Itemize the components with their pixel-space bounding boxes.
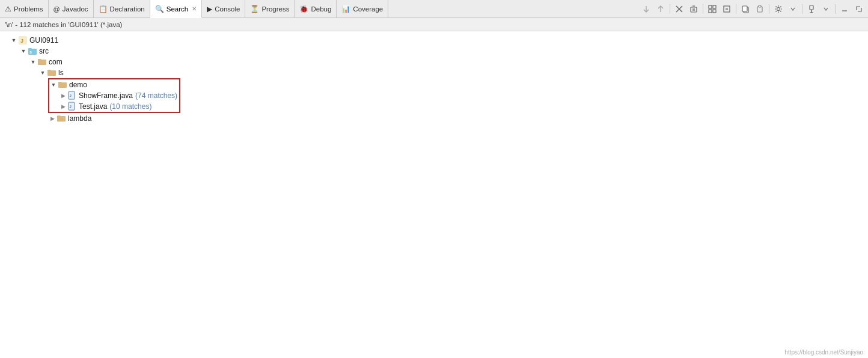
separator-5	[802, 4, 802, 14]
testjava-matches: (10 matches)	[109, 102, 151, 111]
btn-next-match[interactable]	[654, 2, 667, 16]
showframe-file-icon: J	[67, 91, 77, 100]
separator-4	[769, 4, 769, 14]
btn-settings[interactable]	[772, 2, 785, 16]
project-label: GUI0911	[29, 36, 58, 45]
separator-3	[736, 4, 736, 14]
showframe-matches: (74 matches)	[135, 91, 177, 100]
svg-rect-7	[713, 5, 716, 8]
btn-view-menu[interactable]	[819, 2, 833, 16]
tree-node-lambda[interactable]: ▶ lambda	[0, 113, 868, 124]
svg-rect-2	[691, 7, 697, 12]
tab-declaration-label: Declaration	[110, 5, 145, 13]
main-content: ▼ J GUI0911 ▼ s src ▼	[0, 31, 868, 358]
btn-pin[interactable]	[805, 2, 818, 16]
javadoc-icon: @	[53, 5, 60, 13]
com-folder-icon	[37, 57, 47, 67]
declaration-icon: 📋	[99, 5, 108, 13]
tab-search-close[interactable]: ✕	[192, 5, 197, 12]
svg-rect-6	[709, 5, 712, 8]
tree-node-project[interactable]: ▼ J GUI0911	[0, 35, 868, 46]
tree-node-ls[interactable]: ▼ ls	[0, 67, 868, 78]
tab-bar[interactable]: ⚠ Problems @ Javadoc 📋 Declaration 🔍 Sea…	[0, 0, 868, 18]
tab-search[interactable]: 🔍 Search ✕	[150, 0, 202, 18]
src-folder-icon: s	[28, 46, 37, 56]
toggle-testjava[interactable]: ▶	[59, 102, 67, 111]
svg-text:J: J	[20, 38, 23, 44]
tab-problems-label: Problems	[14, 5, 43, 13]
btn-prev-match[interactable]	[640, 2, 653, 16]
toggle-project[interactable]: ▼	[10, 36, 18, 45]
btn-remove-match[interactable]	[673, 2, 686, 16]
tree-node-demo[interactable]: ▼ demo	[49, 79, 179, 90]
btn-collapse-all[interactable]	[720, 2, 733, 16]
com-label: com	[49, 58, 63, 66]
testjava-file-icon: J	[67, 102, 77, 111]
console-icon: ▶	[207, 5, 212, 13]
testjava-label: Test.java	[79, 102, 107, 111]
btn-remove-all[interactable]	[687, 2, 700, 16]
project-icon: J	[18, 35, 28, 45]
ls-label: ls	[58, 69, 64, 77]
tab-console[interactable]: ▶ Console	[202, 0, 245, 17]
tab-problems[interactable]: ⚠ Problems	[0, 0, 49, 17]
btn-expand-all[interactable]	[706, 2, 719, 16]
tab-javadoc-label: Javadoc	[63, 5, 88, 13]
toolbar-right	[637, 0, 868, 17]
tab-javadoc[interactable]: @ Javadoc	[49, 0, 94, 17]
svg-rect-9	[713, 10, 716, 13]
ls-folder-icon	[47, 68, 57, 78]
svg-point-16	[777, 7, 780, 10]
btn-settings-dropdown[interactable]	[786, 2, 799, 16]
toggle-lambda[interactable]: ▶	[48, 114, 57, 123]
status-text: '\n' - 112 matches in 'GUI0911' (*.java)	[5, 21, 122, 28]
svg-text:J: J	[70, 105, 72, 108]
status-bar: '\n' - 112 matches in 'GUI0911' (*.java)	[0, 18, 868, 31]
svg-rect-17	[810, 5, 813, 10]
tree-node-com[interactable]: ▼ com	[0, 57, 868, 67]
toggle-src[interactable]: ▼	[19, 47, 28, 55]
tree-node-showframe[interactable]: ▶ J ShowFrame.java (74 matches)	[49, 90, 179, 101]
progress-icon: ⏳	[250, 5, 259, 13]
src-label: src	[39, 47, 49, 55]
tab-coverage[interactable]: 📊 Coverage	[337, 0, 388, 17]
btn-paste[interactable]	[753, 2, 766, 16]
tab-declaration[interactable]: 📋 Declaration	[94, 0, 150, 17]
tree-node-src[interactable]: ▼ s src	[0, 46, 868, 57]
lambda-label: lambda	[68, 114, 91, 123]
separator-1	[670, 4, 670, 14]
tree-node-testjava[interactable]: ▶ J Test.java (10 matches)	[49, 101, 179, 112]
tab-console-label: Console	[215, 5, 240, 13]
svg-rect-13	[742, 6, 747, 11]
btn-maximize[interactable]	[852, 2, 866, 16]
tab-coverage-label: Coverage	[353, 5, 383, 13]
svg-text:s: s	[29, 50, 32, 54]
watermark: https://blog.csdn.net/Sunjiyao	[784, 349, 863, 356]
btn-minimize[interactable]	[838, 2, 851, 16]
toggle-demo[interactable]: ▼	[49, 81, 58, 89]
btn-copy[interactable]	[739, 2, 752, 16]
tab-debug-label: Debug	[311, 5, 331, 13]
tab-debug[interactable]: 🐞 Debug	[295, 0, 337, 17]
search-tab-icon: 🔍	[155, 5, 164, 13]
svg-rect-15	[759, 5, 761, 7]
demo-label: demo	[69, 81, 87, 89]
tab-spacer	[388, 0, 637, 17]
toggle-ls[interactable]: ▼	[38, 69, 47, 77]
showframe-label: ShowFrame.java	[79, 91, 133, 100]
toggle-com[interactable]: ▼	[29, 58, 37, 66]
separator-6	[835, 4, 836, 14]
tab-progress[interactable]: ⏳ Progress	[245, 0, 295, 17]
debug-icon: 🐞	[299, 5, 308, 13]
toggle-showframe[interactable]: ▶	[59, 91, 67, 100]
coverage-icon: 📊	[341, 5, 350, 13]
svg-text:J: J	[70, 94, 72, 97]
tab-progress-label: Progress	[261, 5, 289, 13]
highlight-region: ▼ demo ▶ J ShowFrame.java (74 matches)	[48, 78, 180, 113]
problems-icon: ⚠	[5, 5, 11, 13]
svg-rect-8	[709, 10, 712, 13]
demo-folder-icon	[58, 80, 67, 90]
separator-2	[703, 4, 703, 14]
tab-search-label: Search	[167, 5, 188, 13]
lambda-folder-icon	[57, 114, 66, 123]
